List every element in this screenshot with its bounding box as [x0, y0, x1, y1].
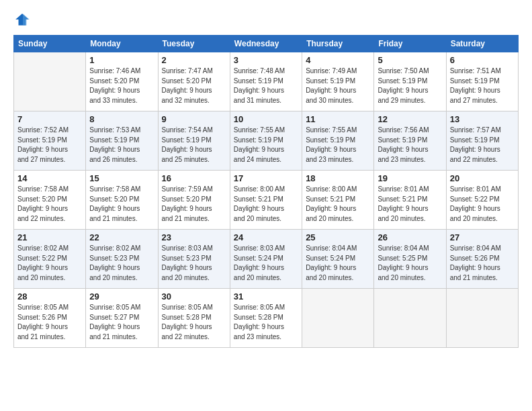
calendar-cell: 12Sunrise: 7:56 AMSunset: 5:19 PMDayligh…: [374, 111, 446, 171]
calendar-week-row: 28Sunrise: 8:05 AMSunset: 5:26 PMDayligh…: [14, 289, 519, 348]
day-info: Sunrise: 7:58 AMSunset: 5:20 PMDaylight:…: [17, 185, 82, 224]
day-number: 5: [378, 55, 442, 65]
day-number: 24: [234, 232, 298, 242]
day-info: Sunrise: 7:47 AMSunset: 5:20 PMDaylight:…: [162, 66, 226, 105]
calendar-cell: 21Sunrise: 8:02 AMSunset: 5:22 PMDayligh…: [14, 230, 86, 289]
calendar-week-row: 21Sunrise: 8:02 AMSunset: 5:22 PMDayligh…: [14, 230, 519, 289]
day-info: Sunrise: 8:04 AMSunset: 5:25 PMDaylight:…: [378, 244, 442, 283]
calendar-cell: 26Sunrise: 8:04 AMSunset: 5:25 PMDayligh…: [374, 230, 446, 289]
day-info: Sunrise: 7:55 AMSunset: 5:19 PMDaylight:…: [306, 126, 370, 165]
calendar-cell: 5Sunrise: 7:50 AMSunset: 5:19 PMDaylight…: [374, 52, 446, 111]
day-info: Sunrise: 7:50 AMSunset: 5:19 PMDaylight:…: [378, 66, 442, 105]
calendar-cell: 18Sunrise: 8:00 AMSunset: 5:21 PMDayligh…: [302, 171, 374, 230]
calendar-cell: 16Sunrise: 7:59 AMSunset: 5:20 PMDayligh…: [158, 171, 230, 230]
day-info: Sunrise: 8:05 AMSunset: 5:27 PMDaylight:…: [89, 303, 154, 342]
day-number: 31: [234, 291, 298, 302]
day-info: Sunrise: 7:58 AMSunset: 5:20 PMDaylight:…: [89, 185, 154, 224]
page-container: SundayMondayTuesdayWednesdayThursdayFrid…: [0, 0, 532, 356]
day-info: Sunrise: 7:57 AMSunset: 5:19 PMDaylight:…: [450, 126, 515, 165]
calendar-table: SundayMondayTuesdayWednesdayThursdayFrid…: [13, 35, 519, 348]
weekday-header: Friday: [374, 36, 446, 52]
header: [13, 12, 519, 30]
calendar-cell: 31Sunrise: 8:05 AMSunset: 5:28 PMDayligh…: [230, 289, 302, 348]
day-info: Sunrise: 8:03 AMSunset: 5:24 PMDaylight:…: [234, 244, 298, 283]
weekday-header: Sunday: [14, 36, 86, 52]
day-info: Sunrise: 8:04 AMSunset: 5:24 PMDaylight:…: [306, 244, 370, 283]
day-number: 25: [306, 232, 370, 242]
day-info: Sunrise: 8:01 AMSunset: 5:22 PMDaylight:…: [450, 185, 515, 224]
day-info: Sunrise: 7:48 AMSunset: 5:19 PMDaylight:…: [234, 66, 298, 105]
calendar-cell: 28Sunrise: 8:05 AMSunset: 5:26 PMDayligh…: [14, 289, 86, 348]
day-info: Sunrise: 7:52 AMSunset: 5:19 PMDaylight:…: [17, 126, 82, 165]
day-number: 8: [89, 114, 154, 124]
calendar-cell: 10Sunrise: 7:55 AMSunset: 5:19 PMDayligh…: [230, 111, 302, 171]
calendar-cell: 27Sunrise: 8:04 AMSunset: 5:26 PMDayligh…: [446, 230, 518, 289]
day-info: Sunrise: 8:00 AMSunset: 5:21 PMDaylight:…: [306, 185, 370, 224]
calendar-cell: [446, 289, 518, 348]
day-number: 16: [162, 173, 226, 183]
calendar-header-row: SundayMondayTuesdayWednesdayThursdayFrid…: [14, 36, 519, 52]
day-info: Sunrise: 8:04 AMSunset: 5:26 PMDaylight:…: [450, 244, 515, 283]
day-number: 17: [234, 173, 298, 183]
day-info: Sunrise: 8:01 AMSunset: 5:21 PMDaylight:…: [378, 185, 442, 224]
calendar-cell: 11Sunrise: 7:55 AMSunset: 5:19 PMDayligh…: [302, 111, 374, 171]
calendar-cell: 15Sunrise: 7:58 AMSunset: 5:20 PMDayligh…: [86, 171, 158, 230]
calendar-week-row: 7Sunrise: 7:52 AMSunset: 5:19 PMDaylight…: [14, 111, 519, 171]
day-number: 23: [162, 232, 226, 242]
logo: [13, 12, 30, 30]
day-info: Sunrise: 8:03 AMSunset: 5:23 PMDaylight:…: [162, 244, 226, 283]
weekday-header: Tuesday: [158, 36, 230, 52]
calendar-cell: 6Sunrise: 7:51 AMSunset: 5:19 PMDaylight…: [446, 52, 518, 111]
calendar-cell: 1Sunrise: 7:46 AMSunset: 5:20 PMDaylight…: [86, 52, 158, 111]
calendar-cell: 9Sunrise: 7:54 AMSunset: 5:19 PMDaylight…: [158, 111, 230, 171]
calendar-cell: 8Sunrise: 7:53 AMSunset: 5:19 PMDaylight…: [86, 111, 158, 171]
calendar-cell: 17Sunrise: 8:00 AMSunset: 5:21 PMDayligh…: [230, 171, 302, 230]
day-number: 14: [17, 173, 82, 183]
calendar-week-row: 1Sunrise: 7:46 AMSunset: 5:20 PMDaylight…: [14, 52, 519, 111]
day-number: 9: [162, 114, 226, 124]
day-info: Sunrise: 7:56 AMSunset: 5:19 PMDaylight:…: [378, 126, 442, 165]
weekday-header: Monday: [86, 36, 158, 52]
day-number: 11: [306, 114, 370, 124]
day-number: 22: [89, 232, 154, 242]
calendar-cell: 19Sunrise: 8:01 AMSunset: 5:21 PMDayligh…: [374, 171, 446, 230]
weekday-header: Thursday: [302, 36, 374, 52]
day-number: 20: [450, 173, 515, 183]
day-number: 19: [378, 173, 442, 183]
day-number: 2: [162, 55, 226, 65]
day-info: Sunrise: 8:05 AMSunset: 5:28 PMDaylight:…: [162, 303, 226, 342]
weekday-header: Wednesday: [230, 36, 302, 52]
calendar-week-row: 14Sunrise: 7:58 AMSunset: 5:20 PMDayligh…: [14, 171, 519, 230]
day-number: 18: [306, 173, 370, 183]
day-info: Sunrise: 7:51 AMSunset: 5:19 PMDaylight:…: [450, 66, 515, 105]
calendar-cell: 29Sunrise: 8:05 AMSunset: 5:27 PMDayligh…: [86, 289, 158, 348]
calendar-cell: 23Sunrise: 8:03 AMSunset: 5:23 PMDayligh…: [158, 230, 230, 289]
day-number: 26: [378, 232, 442, 242]
day-info: Sunrise: 8:05 AMSunset: 5:26 PMDaylight:…: [17, 303, 82, 342]
day-info: Sunrise: 8:02 AMSunset: 5:23 PMDaylight:…: [89, 244, 154, 283]
day-info: Sunrise: 7:49 AMSunset: 5:19 PMDaylight:…: [306, 66, 370, 105]
day-number: 15: [89, 173, 154, 183]
day-number: 1: [89, 55, 154, 65]
day-info: Sunrise: 8:05 AMSunset: 5:28 PMDaylight:…: [234, 303, 298, 342]
day-number: 3: [234, 55, 298, 65]
day-number: 21: [17, 232, 82, 242]
day-info: Sunrise: 7:55 AMSunset: 5:19 PMDaylight:…: [234, 126, 298, 165]
day-number: 13: [450, 114, 515, 124]
calendar-cell: [302, 289, 374, 348]
calendar-cell: 30Sunrise: 8:05 AMSunset: 5:28 PMDayligh…: [158, 289, 230, 348]
day-number: 27: [450, 232, 515, 242]
day-number: 12: [378, 114, 442, 124]
calendar-cell: 20Sunrise: 8:01 AMSunset: 5:22 PMDayligh…: [446, 171, 518, 230]
calendar-cell: [374, 289, 446, 348]
day-info: Sunrise: 8:00 AMSunset: 5:21 PMDaylight:…: [234, 185, 298, 224]
day-number: 30: [162, 291, 226, 302]
day-info: Sunrise: 7:59 AMSunset: 5:20 PMDaylight:…: [162, 185, 226, 224]
day-number: 28: [17, 291, 82, 302]
calendar-cell: 7Sunrise: 7:52 AMSunset: 5:19 PMDaylight…: [14, 111, 86, 171]
day-number: 29: [89, 291, 154, 302]
calendar-cell: 13Sunrise: 7:57 AMSunset: 5:19 PMDayligh…: [446, 111, 518, 171]
calendar-cell: 22Sunrise: 8:02 AMSunset: 5:23 PMDayligh…: [86, 230, 158, 289]
day-number: 6: [450, 55, 515, 65]
day-info: Sunrise: 8:02 AMSunset: 5:22 PMDaylight:…: [17, 244, 82, 283]
